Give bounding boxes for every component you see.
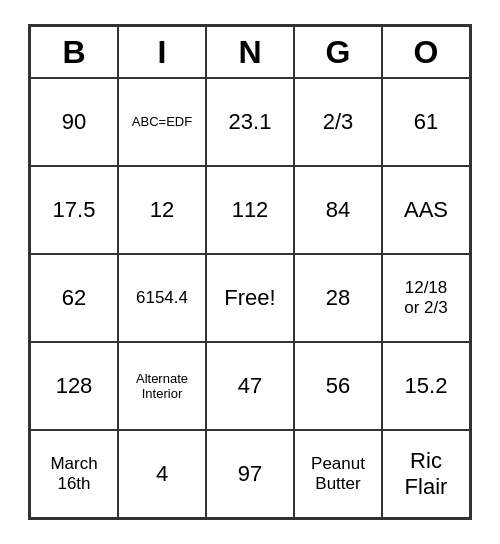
bingo-cell: 97 — [206, 430, 294, 518]
bingo-cell: 15.2 — [382, 342, 470, 430]
bingo-cell: 4 — [118, 430, 206, 518]
bingo-cell: 61 — [382, 78, 470, 166]
bingo-cell: 28 — [294, 254, 382, 342]
bingo-cell: ABC=EDF — [118, 78, 206, 166]
bingo-cell: PeanutButter — [294, 430, 382, 518]
header-cell: O — [382, 26, 470, 78]
bingo-cell: 90 — [30, 78, 118, 166]
header-cell: N — [206, 26, 294, 78]
bingo-header: BINGO — [30, 26, 470, 78]
bingo-cell: 6154.4 — [118, 254, 206, 342]
bingo-cell: 17.5 — [30, 166, 118, 254]
header-cell: I — [118, 26, 206, 78]
header-cell: B — [30, 26, 118, 78]
bingo-cell: 12/18or 2/3 — [382, 254, 470, 342]
bingo-cell: 56 — [294, 342, 382, 430]
bingo-card: BINGO 90ABC=EDF23.12/36117.51211284AAS62… — [28, 24, 472, 520]
bingo-cell: 128 — [30, 342, 118, 430]
bingo-cell: 2/3 — [294, 78, 382, 166]
bingo-cell: 62 — [30, 254, 118, 342]
bingo-cell: RicFlair — [382, 430, 470, 518]
bingo-cell: March16th — [30, 430, 118, 518]
bingo-cell: 112 — [206, 166, 294, 254]
bingo-cell: 84 — [294, 166, 382, 254]
header-cell: G — [294, 26, 382, 78]
bingo-cell: AAS — [382, 166, 470, 254]
bingo-cell: 23.1 — [206, 78, 294, 166]
bingo-cell: AlternateInterior — [118, 342, 206, 430]
bingo-grid: 90ABC=EDF23.12/36117.51211284AAS626154.4… — [30, 78, 470, 518]
bingo-cell: 47 — [206, 342, 294, 430]
bingo-cell: 12 — [118, 166, 206, 254]
bingo-cell: Free! — [206, 254, 294, 342]
